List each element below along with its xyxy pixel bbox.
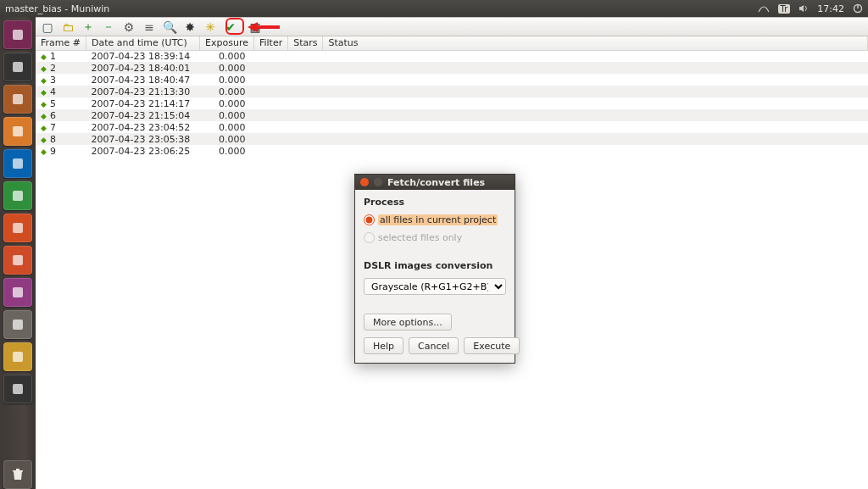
dslr-conversion-select[interactable]: Grayscale (R+G1+G2+B) [364,278,506,295]
clock[interactable]: 17:42 [817,3,844,14]
help-button[interactable]: Help [364,337,403,354]
radio-all-files[interactable]: all files in current project [364,214,506,225]
fetch-convert-dialog: Fetch/convert files Process all files in… [354,174,515,364]
process-section-label: Process [364,197,506,208]
tool-a-icon[interactable]: ⚙ [120,19,137,35]
dialog-title: Fetch/convert files [387,177,485,188]
launcher-item-2[interactable] [3,85,32,114]
launcher-item-7[interactable] [3,246,32,275]
network-icon[interactable] [758,4,770,13]
svg-rect-13 [13,384,23,394]
keyboard-indicator[interactable]: Tr [778,4,791,14]
svg-rect-9 [13,255,23,265]
table-row[interactable]: ◆12007-04-23 18:39:140.000 [36,50,868,62]
svg-rect-7 [13,191,23,201]
svg-rect-5 [13,126,23,136]
remove-files-icon[interactable]: － [100,19,117,35]
radio-selected-files: selected files only [364,232,506,243]
dslr-section-label: DSLR images conversion [364,260,506,271]
add-files-icon[interactable]: ＋ [80,19,97,35]
toolbar: ▢🗀＋－⚙≡🔍✸✳✔▦ [36,18,868,36]
col-header-1[interactable]: Date and time (UTC) [86,36,200,50]
run-icon[interactable]: ✸ [181,19,198,35]
volume-icon[interactable] [798,4,809,13]
table-row[interactable]: ◆42007-04-23 21:13:300.000 [36,86,868,97]
svg-rect-12 [13,352,23,362]
indicator-area: Tr 17:42 [758,3,863,14]
col-header-2[interactable]: Exposure [200,36,254,50]
radio-all-files-label: all files in current project [378,214,498,225]
svg-rect-3 [13,62,23,72]
new-project-icon[interactable]: ▢ [39,19,56,35]
col-header-3[interactable]: Filter [253,36,287,50]
launcher-item-11[interactable] [3,375,32,403]
table-row[interactable]: ◆22007-04-23 18:40:010.000 [36,62,868,74]
launcher-item-0[interactable] [3,20,32,49]
col-header-4[interactable]: Stars [288,36,323,50]
launcher-item-6[interactable] [3,214,32,242]
tool-b-icon[interactable]: ≡ [141,19,158,35]
table-row[interactable]: ◆52007-04-23 21:14:170.000 [36,97,868,109]
svg-rect-8 [13,223,23,233]
col-header-5[interactable]: Status [323,36,868,50]
radio-selected-files-input [364,232,375,243]
zoom-icon[interactable]: 🔍 [161,19,178,35]
launcher-trash[interactable] [3,460,32,489]
process-icon[interactable]: ✔ [222,19,239,35]
grid-icon[interactable]: ▦ [247,19,264,35]
svg-rect-2 [13,30,23,40]
open-icon[interactable]: 🗀 [59,19,76,35]
session-icon[interactable] [853,3,863,14]
launcher-item-9[interactable] [3,310,32,339]
find-stars-icon[interactable]: ✳ [202,19,219,35]
execute-button[interactable]: Execute [464,337,520,354]
table-row[interactable]: ◆32007-04-23 18:40:470.000 [36,74,868,86]
launcher-item-1[interactable] [3,53,32,81]
svg-rect-4 [13,94,23,104]
table-row[interactable]: ◆72007-04-23 23:04:520.000 [36,121,868,133]
svg-rect-1 [857,4,858,8]
radio-selected-files-label: selected files only [378,232,462,243]
window-title: master_bias - Muniwin [5,3,758,14]
minimize-icon[interactable] [374,178,382,186]
launcher-item-5[interactable] [3,181,32,210]
col-header-0[interactable]: Frame # [36,36,86,50]
launcher-item-3[interactable] [3,117,32,146]
close-icon[interactable] [360,178,369,186]
dialog-titlebar[interactable]: Fetch/convert files [355,175,515,190]
launcher-item-10[interactable] [3,342,32,371]
unity-launcher [0,17,36,489]
ubuntu-top-panel: master_bias - Muniwin Tr 17:42 [0,0,868,17]
svg-rect-6 [13,158,23,169]
more-options-button[interactable]: More options... [364,314,452,331]
launcher-item-8[interactable] [3,278,32,307]
table-row[interactable]: ◆82007-04-23 23:05:380.000 [36,133,868,145]
table-row[interactable]: ◆92007-04-23 23:06:250.000 [36,145,868,157]
svg-rect-10 [13,287,23,297]
cancel-button[interactable]: Cancel [409,337,459,354]
svg-rect-11 [13,320,23,330]
launcher-item-4[interactable] [3,149,32,178]
table-row[interactable]: ◆62007-04-23 21:15:040.000 [36,109,868,121]
radio-all-files-input[interactable] [364,214,375,225]
